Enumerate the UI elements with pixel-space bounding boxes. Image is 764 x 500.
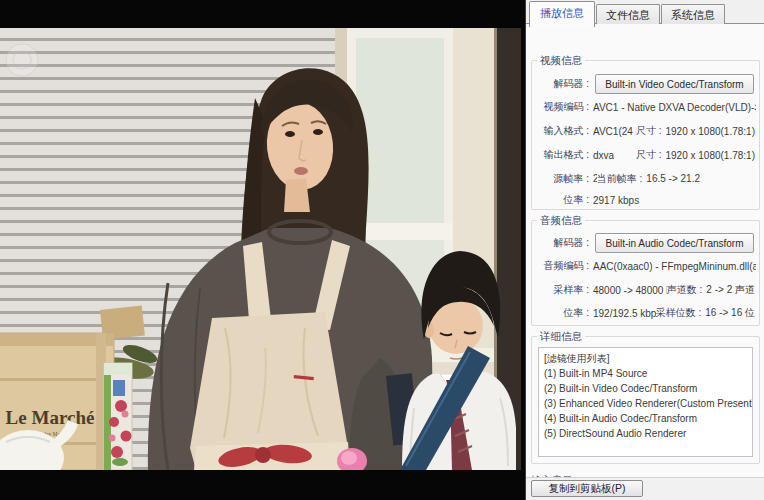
tab-playback-info[interactable]: 播放信息: [529, 1, 595, 27]
video-codec-label: 视频编码 :: [535, 100, 589, 114]
sample-bits-value: 16 -> 16 位: [705, 306, 755, 320]
audio-info-group: 音频信息 解码器 : Built-in Audio Codec/Transfor…: [531, 220, 760, 326]
output-size-label: 尺寸 :: [636, 148, 662, 162]
channels-label: 声道数 :: [667, 283, 703, 297]
playback-info-page: 视频信息 解码器 : Built-in Video Codec/Transfor…: [526, 24, 764, 478]
filter-list: (1) Built-in MP4 Source(2) Built-in Vide…: [544, 366, 747, 381]
filter-list-item: (3) Enhanced Video Renderer(Custom Prese…: [544, 396, 747, 411]
filter-list-header: [滤镜使用列表]: [544, 351, 747, 366]
input-size-value: 1920 x 1080(1.78:1): [665, 126, 755, 137]
source-fps-label: 源帧率 :: [535, 172, 589, 186]
input-format-value: AVC1(24 bits): [593, 126, 636, 137]
video-codec-value: AVC1 - Native DXVA Decoder(VLD)->ATI Rad…: [593, 102, 756, 113]
filter-listbox[interactable]: [滤镜使用列表] (1) Built-in MP4 Source(2) Buil…: [538, 347, 753, 457]
input-format-label: 输入格式 :: [535, 124, 589, 138]
filter-list-item: (4) Built-in Audio Codec/Transform: [544, 411, 747, 426]
samplerate-label: 采样率 :: [535, 283, 589, 297]
app-window: Le Marché Saturday Market: [0, 0, 764, 500]
current-fps-label: 当前帧率 :: [597, 172, 643, 186]
video-decoder-button[interactable]: Built-in Video Codec/Transform: [595, 74, 754, 94]
filter-list-item: (2) Built-in Video Codec/Transform: [544, 381, 747, 396]
detail-info-group: 详细信息 [滤镜使用列表] (1) Built-in MP4 Source(2)…: [531, 336, 760, 464]
samplerate-value: 48000 -> 48000 Hz: [593, 285, 667, 296]
video-frame: Le Marché Saturday Market: [0, 28, 521, 470]
output-size-value: 1920 x 1080(1.78:1): [665, 150, 755, 161]
crate-title-text: Le Marché: [6, 407, 95, 428]
audio-codec-label: 音频编码 :: [535, 259, 589, 273]
video-info-title: 视频信息: [537, 54, 585, 68]
channels-value: 2 -> 2 声道: [706, 283, 755, 297]
copy-to-clipboard-button[interactable]: 复制到剪贴板(P): [531, 480, 643, 497]
bottom-bar: 复制到剪贴板(P): [526, 477, 764, 500]
detail-info-title: 详细信息: [537, 330, 585, 344]
audio-info-title: 音频信息: [537, 214, 585, 228]
filter-list-item: (5) DirectSound Audio Renderer: [544, 426, 747, 441]
juice-box: [104, 363, 132, 470]
filter-list-item: (1) Built-in MP4 Source: [544, 366, 747, 381]
output-format-label: 输出格式 :: [535, 148, 589, 162]
station-watermark-icon: [6, 44, 38, 76]
input-size-label: 尺寸 :: [636, 124, 662, 138]
video-bitrate-label: 位率 :: [535, 193, 589, 207]
tab-bar: 播放信息文件信息系统信息: [526, 0, 764, 24]
audio-decoder-label: 解码器 :: [535, 236, 589, 250]
audio-bitrate-label: 位率 :: [535, 306, 589, 320]
current-fps-value: 16.5 -> 21.2: [646, 173, 700, 184]
video-info-group: 视频信息 解码器 : Built-in Video Codec/Transfor…: [531, 60, 760, 210]
video-bitrate-value: 2917 kbps: [593, 195, 756, 206]
audio-decoder-button[interactable]: Built-in Audio Codec/Transform: [595, 233, 754, 253]
audio-codec-value: AAC(0xaac0) - FFmpegMininum.dll(aac): [593, 261, 756, 272]
video-area[interactable]: Le Marché Saturday Market: [0, 0, 525, 500]
video-decoder-label: 解码器 :: [535, 77, 589, 91]
audio-bitrate-value: 192/192.5 kbps: [593, 308, 656, 319]
playback-info-panel: 播放信息文件信息系统信息 视频信息 解码器 : Built-in Video C…: [525, 0, 764, 500]
output-format-value: dxva: [593, 150, 614, 161]
sample-bits-label: 采样位数 :: [656, 306, 702, 320]
